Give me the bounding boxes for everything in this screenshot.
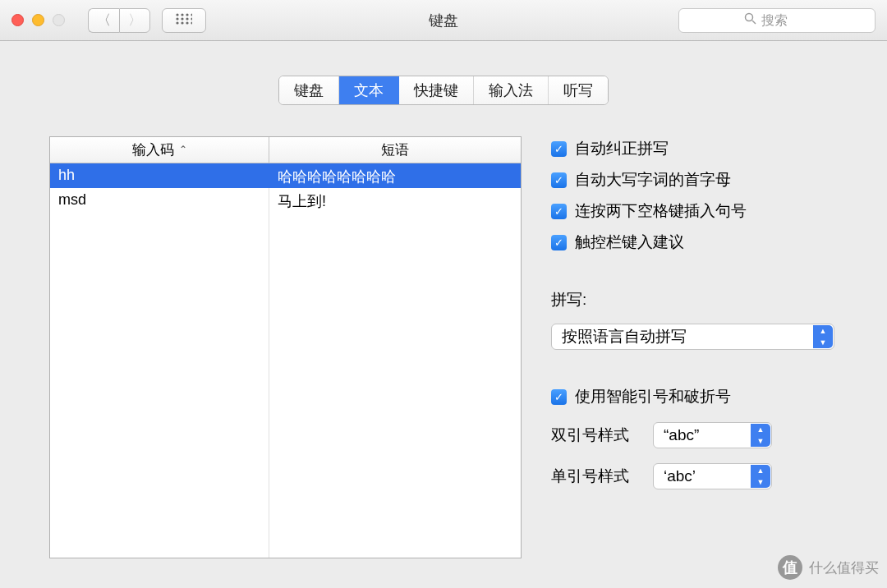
watermark: 值 什么值得买 [778, 555, 879, 580]
option-autocorrect[interactable]: ✓ 自动纠正拼写 [551, 138, 838, 159]
window-controls [11, 14, 65, 26]
option-label: 触控栏键入建议 [575, 232, 684, 253]
svg-point-4 [176, 17, 178, 20]
checkbox-checked-icon: ✓ [551, 141, 567, 157]
svg-point-6 [186, 17, 188, 20]
replacements-table: 输入码 ⌃ 短语 hh 哈哈哈哈哈哈哈哈 msd 马上到! [49, 136, 522, 558]
sort-ascending-icon: ⌃ [179, 144, 187, 155]
column-header-phrase[interactable]: 短语 [269, 137, 521, 163]
chevron-down-icon: ▼ [813, 337, 833, 348]
cell-code: hh [50, 163, 269, 188]
select-value: “abc” [664, 426, 699, 444]
option-label: 使用智能引号和破折号 [575, 386, 731, 407]
watermark-badge: 值 [778, 555, 802, 580]
svg-point-2 [186, 13, 188, 16]
nav-buttons: 〈 〉 [88, 8, 150, 33]
options-panel: ✓ 自动纠正拼写 ✓ 自动大写字词的首字母 ✓ 连按两下空格键插入句号 ✓ 触控… [551, 136, 838, 558]
svg-point-5 [181, 17, 183, 20]
table-row[interactable]: msd 马上到! [50, 188, 521, 213]
select-stepper-icon: ▲ ▼ [813, 325, 833, 348]
chevron-right-icon: 〉 [128, 11, 142, 30]
svg-point-1 [181, 13, 183, 16]
chevron-left-icon: 〈 [97, 11, 111, 30]
checkbox-checked-icon: ✓ [551, 235, 567, 250]
svg-point-3 [191, 13, 192, 16]
forward-button: 〉 [119, 8, 150, 33]
option-label: 自动大写字词的首字母 [575, 169, 731, 191]
table-header: 输入码 ⌃ 短语 [50, 137, 521, 163]
table-body[interactable]: hh 哈哈哈哈哈哈哈哈 msd 马上到! [50, 163, 521, 558]
option-double-space[interactable]: ✓ 连按两下空格键插入句号 [551, 200, 838, 222]
close-window-button[interactable] [11, 14, 24, 26]
checkbox-checked-icon: ✓ [551, 389, 567, 405]
select-value: 按照语言自动拼写 [562, 326, 687, 347]
svg-point-7 [191, 17, 192, 20]
column-header-code[interactable]: 输入码 ⌃ [50, 137, 269, 163]
option-touchbar[interactable]: ✓ 触控栏键入建议 [551, 232, 838, 253]
tab-input[interactable]: 输入法 [474, 76, 549, 104]
search-input[interactable] [761, 13, 811, 28]
chevron-down-icon: ▼ [751, 435, 770, 447]
tab-shortcuts[interactable]: 快捷键 [399, 76, 474, 104]
svg-point-12 [745, 14, 752, 21]
svg-point-0 [176, 13, 178, 16]
double-quote-label: 双引号样式 [551, 425, 641, 446]
column-header-code-label: 输入码 [132, 140, 174, 159]
double-quote-row: 双引号样式 “abc” ▲ ▼ [551, 422, 838, 448]
tabs-row: 键盘 文本 快捷键 输入法 听写 [0, 41, 887, 105]
chevron-up-icon: ▲ [751, 424, 770, 435]
tab-keyboard[interactable]: 键盘 [279, 76, 339, 104]
single-quote-select[interactable]: ‘abc’ ▲ ▼ [653, 463, 772, 489]
option-label: 连按两下空格键插入句号 [575, 200, 747, 222]
cell-code: msd [50, 188, 269, 213]
checkbox-checked-icon: ✓ [551, 172, 567, 188]
zoom-window-button [53, 14, 65, 26]
chevron-up-icon: ▲ [751, 465, 770, 476]
svg-point-8 [176, 21, 178, 24]
double-quote-select[interactable]: “abc” ▲ ▼ [653, 422, 772, 448]
chevron-up-icon: ▲ [813, 325, 833, 337]
title-bar: 〈 〉 键盘 [0, 0, 887, 41]
spelling-label: 拼写: [551, 289, 838, 310]
checkbox-checked-icon: ✓ [551, 204, 567, 219]
option-capitalize[interactable]: ✓ 自动大写字词的首字母 [551, 169, 838, 191]
tab-text[interactable]: 文本 [339, 76, 399, 104]
option-smart-quotes[interactable]: ✓ 使用智能引号和破折号 [551, 386, 838, 407]
search-icon [744, 12, 756, 29]
select-stepper-icon: ▲ ▼ [751, 465, 770, 488]
svg-point-11 [191, 21, 192, 24]
select-value: ‘abc’ [664, 467, 696, 485]
tabs: 键盘 文本 快捷键 输入法 听写 [278, 76, 609, 105]
spelling-select[interactable]: 按照语言自动拼写 ▲ ▼ [551, 324, 834, 350]
tab-dictation[interactable]: 听写 [549, 76, 608, 104]
table-row[interactable]: hh 哈哈哈哈哈哈哈哈 [50, 163, 521, 188]
column-header-phrase-label: 短语 [381, 140, 409, 159]
search-field[interactable] [678, 8, 876, 33]
single-quote-label: 单引号样式 [551, 466, 641, 487]
cell-phrase: 马上到! [269, 188, 521, 213]
svg-point-10 [186, 21, 188, 24]
single-quote-row: 单引号样式 ‘abc’ ▲ ▼ [551, 463, 838, 489]
content: 输入码 ⌃ 短语 hh 哈哈哈哈哈哈哈哈 msd 马上到! [0, 105, 887, 558]
back-button[interactable]: 〈 [88, 8, 119, 33]
watermark-text: 什么值得买 [809, 558, 879, 577]
chevron-down-icon: ▼ [751, 476, 770, 488]
svg-point-9 [181, 21, 183, 24]
cell-phrase: 哈哈哈哈哈哈哈哈 [269, 163, 521, 188]
grid-icon [176, 12, 192, 29]
show-all-button[interactable] [162, 8, 206, 33]
select-stepper-icon: ▲ ▼ [751, 424, 770, 447]
option-label: 自动纠正拼写 [575, 138, 669, 159]
minimize-window-button[interactable] [32, 14, 44, 26]
svg-line-13 [752, 21, 756, 24]
